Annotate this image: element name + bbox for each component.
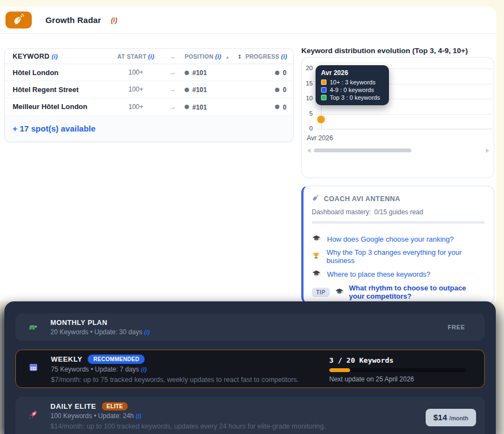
chart-tooltip: Avr 2026 10+ : 3 keywords 4-9 : 0 keywor…	[316, 65, 389, 105]
data-point-10plus[interactable]	[317, 116, 325, 123]
plan-daily-texts: DAILY ELITE ELITE 100 Keywords • Update:…	[50, 402, 325, 430]
trophy-icon	[312, 251, 320, 262]
column-header-keyword[interactable]: KEYWORD (i)	[13, 53, 111, 60]
coach-panel: COACH AVI ANTENNA Dashboard mastery:0/15…	[301, 186, 494, 304]
growth-radar-page: Growth Radar (i) KEYWORD (i) AT START (i…	[0, 0, 504, 434]
scroll-left-arrow-icon[interactable]	[307, 149, 311, 153]
tooltip-title: Avr 2026	[321, 69, 383, 77]
plan-daily[interactable]: DAILY ELITE ELITE 100 Keywords • Update:…	[15, 397, 485, 434]
progress-cell: 0	[237, 102, 287, 112]
page-title: Growth Radar	[45, 15, 101, 25]
plan-name: DAILY ELITE	[50, 402, 96, 410]
keyword-distribution-chart[interactable]: 20 15 10 5 0 Avr 2026 Avr 2026 10+ : 3 k…	[301, 57, 494, 178]
progress-dot	[275, 71, 279, 75]
plan-description: $7/month: up to 75 tracked keywords, wee…	[51, 376, 299, 384]
usage-counter: 3 / 20 Keywords	[329, 356, 469, 364]
app-logo	[5, 12, 32, 28]
y-tick-label: 5	[302, 110, 313, 117]
y-tick-label: 15	[302, 80, 313, 87]
position-info-icon[interactable]: (i)	[215, 53, 221, 60]
keyword-cell: Hôtel Regent Street	[13, 85, 111, 94]
column-header-position[interactable]: POSITION (i) ▲	[185, 53, 237, 60]
scrollbar-thumb[interactable]	[314, 149, 411, 152]
sort-ascending-icon[interactable]: ▲	[225, 55, 230, 60]
position-dot	[185, 88, 189, 92]
x-axis-line	[316, 129, 492, 129]
plan-weekly[interactable]: WEEKLY RECOMMENDED 75 Keywords • Update:…	[15, 350, 485, 388]
guide-link-rhythm-tip[interactable]: TIP What rhythm to choose to outpace you…	[312, 284, 485, 301]
plan-name: MONTHLY PLAN	[50, 319, 150, 327]
guide-link-place-keywords[interactable]: Where to place these keywords?	[312, 265, 485, 283]
at-start-cell: 100+	[111, 68, 161, 76]
plan-monthly-texts: MONTHLY PLAN 20 Keywords • Update: 30 da…	[50, 319, 150, 336]
table-row[interactable]: Hôtel Regent Street 100+ → #101 0	[5, 81, 293, 98]
plan-details: 100 Keywords • Update: 24h (i)	[50, 412, 325, 420]
progress-cell: 0	[237, 67, 287, 77]
keyword-cell: Hôtel London	[13, 68, 111, 77]
position-dot	[185, 105, 189, 109]
graduation-cap-icon	[312, 269, 321, 280]
coach-header: COACH AVI ANTENNA	[312, 194, 485, 203]
coach-title: COACH AVI ANTENNA	[324, 195, 400, 203]
series-swatch-4-9	[321, 87, 327, 93]
elite-badge: ELITE	[102, 402, 128, 410]
column-header-progress[interactable]: ↕ PROGRESS (i)	[237, 53, 287, 60]
keyword-cell: Meilleur Hôtel London	[13, 102, 111, 111]
progress-cell: 0	[237, 84, 287, 94]
table-row[interactable]: Hôtel London 100+ → #101 0	[5, 64, 293, 81]
table-row[interactable]: Meilleur Hôtel London 100+ → #101 0	[5, 98, 293, 115]
usage-progress-fill	[329, 368, 350, 372]
chart-title: Keyword distribution evolution (Top 3, 4…	[301, 47, 499, 55]
page-info-icon[interactable]: (i)	[111, 16, 117, 24]
at-start-info-icon[interactable]: (i)	[148, 53, 154, 60]
column-header-arrow: →	[161, 53, 185, 60]
plan-name: WEEKLY	[51, 355, 82, 363]
coach-links: How does Google choose your ranking? Why…	[312, 230, 485, 301]
plan-details: 75 Keywords • Update: 7 days (i)	[51, 366, 299, 373]
weekly-usage-block: 3 / 20 Keywords Next update on 25 April …	[329, 356, 469, 383]
tip-badge: TIP	[312, 288, 330, 297]
chart-scrollbar[interactable]	[307, 148, 489, 153]
graduation-cap-icon	[335, 287, 344, 298]
table-header-row: KEYWORD (i) AT START (i) → POSITION (i) …	[5, 49, 293, 64]
usage-progress-bar	[329, 368, 466, 372]
position-dot	[185, 71, 189, 75]
position-cell: #101	[185, 67, 237, 77]
progress-dot	[275, 88, 279, 92]
sort-icon[interactable]: ↕	[237, 54, 242, 60]
satellite-dish-icon	[12, 13, 26, 28]
progress-dot	[275, 105, 279, 109]
table-footer: + 17 spot(s) available	[5, 115, 293, 141]
plans-panel: MONTHLY PLAN 20 Keywords • Update: 30 da…	[4, 301, 496, 434]
calendar-icon	[28, 362, 39, 372]
scroll-right-arrow-icon[interactable]	[486, 149, 489, 153]
mastery-status: Dashboard mastery:0/15 guides read	[312, 208, 485, 216]
tooltip-row: Top 3 : 0 keywords	[321, 94, 383, 101]
keyword-info-icon[interactable]: (i)	[51, 53, 58, 60]
column-header-at-start[interactable]: AT START (i)	[111, 53, 161, 60]
graduation-cap-icon	[312, 233, 321, 245]
antenna-icon	[312, 194, 319, 203]
app-content-area: Growth Radar (i) KEYWORD (i) AT START (i…	[0, 7, 496, 301]
guide-link-top3[interactable]: Why the Top 3 changes everything for you…	[312, 248, 485, 265]
trend-arrow: →	[161, 103, 185, 111]
keyword-table-card: KEYWORD (i) AT START (i) → POSITION (i) …	[4, 48, 294, 142]
y-tick-label: 0	[302, 125, 313, 132]
upgrade-price-button[interactable]: $14 /month	[426, 409, 476, 426]
plan-details: 20 Keywords • Update: 30 days (i)	[50, 328, 150, 336]
gridline	[316, 114, 492, 115]
plan-monthly[interactable]: MONTHLY PLAN 20 Keywords • Update: 30 da…	[15, 313, 485, 341]
add-spots-link[interactable]: + 17 spot(s) available	[13, 124, 95, 133]
position-cell: #101	[185, 102, 237, 112]
series-swatch-10plus	[321, 79, 327, 85]
monthly-info-icon[interactable]: (i)	[144, 329, 150, 335]
progress-info-icon[interactable]: (i)	[281, 53, 287, 60]
daily-info-icon[interactable]: (i)	[136, 413, 141, 419]
tooltip-row: 4-9 : 0 keywords	[321, 87, 383, 93]
tooltip-row: 10+ : 3 keywords	[321, 79, 383, 85]
turtle-icon	[27, 323, 38, 332]
recommended-badge: RECOMMENDED	[88, 355, 145, 364]
guide-link-google-ranking[interactable]: How does Google choose your ranking?	[312, 230, 485, 248]
position-cell: #101	[185, 84, 237, 94]
weekly-info-icon[interactable]: (i)	[141, 366, 146, 373]
